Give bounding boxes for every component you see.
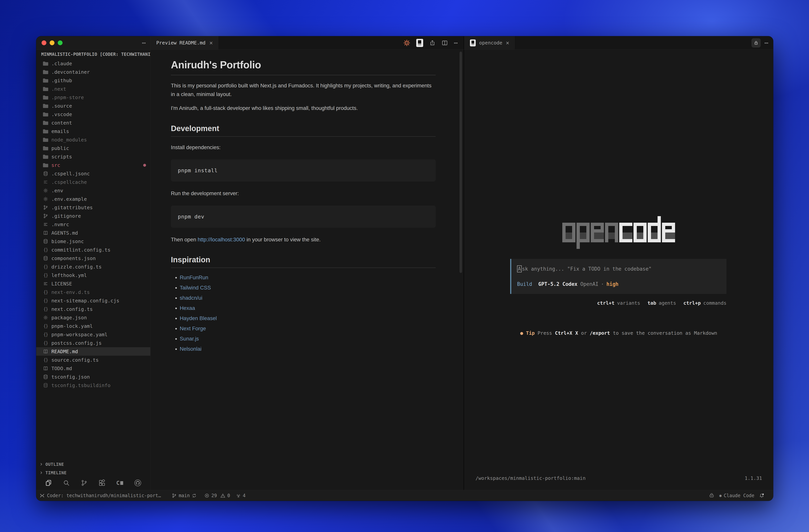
agent-mode[interactable]: Build	[517, 281, 532, 287]
tree-item[interactable]: {}pnpm-lock.yaml	[36, 322, 150, 330]
file-name: .cspellcache	[51, 179, 87, 185]
inspiration-link[interactable]: Hayden Bleasel	[180, 315, 217, 321]
tree-item[interactable]: {}next.config.ts	[36, 305, 150, 313]
gear-icon	[43, 188, 49, 193]
db-icon	[43, 239, 49, 244]
tree-item[interactable]: .claude	[36, 59, 150, 68]
localhost-link[interactable]: http://localhost:3000	[197, 237, 245, 242]
close-tab-icon[interactable]: ×	[506, 40, 509, 46]
zoom-window-button[interactable]	[58, 40, 63, 45]
inspiration-link[interactable]: Nelsonlai	[180, 346, 202, 352]
tree-item[interactable]: {}commitlint.config.ts	[36, 245, 150, 254]
tree-item[interactable]: TODO.md	[36, 364, 150, 373]
prompt-input[interactable]: Ask anything... "Fix a TODO in the codeb…	[510, 259, 726, 294]
reasoning-effort[interactable]: high	[606, 281, 619, 287]
tree-item[interactable]: public	[36, 144, 150, 152]
branch-indicator[interactable]: main	[172, 493, 197, 498]
inspiration-link[interactable]: shadcn/ui	[180, 295, 203, 301]
inspiration-link[interactable]: Hexaa	[180, 305, 195, 311]
section-heading-inspiration: Inspiration	[171, 255, 436, 268]
tree-item[interactable]: content	[36, 119, 150, 127]
export-icon[interactable]	[429, 40, 435, 46]
tree-item[interactable]: .pnpm-store	[36, 93, 150, 102]
tree-item[interactable]: tsconfig.json	[36, 373, 150, 381]
tree-item[interactable]: .gitattributes	[36, 203, 150, 212]
sidebar-more-actions-icon[interactable]: ⋯	[142, 40, 146, 46]
extensions-icon[interactable]	[99, 479, 105, 486]
tree-item[interactable]: {}drizzle.config.ts	[36, 262, 150, 271]
more-actions-icon[interactable]: ⋯	[454, 40, 458, 46]
code-block: pnpm dev	[171, 206, 436, 228]
claude-code-view-icon[interactable]: C	[116, 480, 123, 486]
tree-item[interactable]: {}postcss.config.js	[36, 339, 150, 347]
claude-starburst-icon[interactable]	[403, 40, 410, 46]
tab-preview-readme[interactable]: Preview README.md ×	[151, 36, 219, 50]
tree-item[interactable]: AGENTS.md	[36, 229, 150, 237]
explorer-section-header[interactable]: MINMALISTIC-PORTFOLIO [CODER: TECHWITHAN…	[36, 50, 150, 59]
github-icon[interactable]	[134, 479, 141, 486]
copilot-indicator[interactable]	[709, 493, 715, 498]
tree-item[interactable]: .source	[36, 102, 150, 110]
logo-letter	[634, 216, 647, 249]
tree-item[interactable]: {}pnpm-workspace.yaml	[36, 330, 150, 339]
tree-item[interactable]: biome.jsonc	[36, 237, 150, 245]
model-name[interactable]: GPT-5.2 Codex	[538, 281, 578, 287]
inspiration-link[interactable]: Sunar.js	[180, 336, 199, 342]
notifications[interactable]	[759, 493, 764, 498]
tree-item[interactable]: scripts	[36, 152, 150, 161]
tree-item[interactable]: package.json	[36, 313, 150, 322]
explorer-view-icon[interactable]	[45, 479, 52, 486]
close-window-button[interactable]	[41, 40, 46, 45]
close-tab-icon[interactable]: ×	[209, 40, 213, 46]
tree-item[interactable]: emails	[36, 127, 150, 136]
inspiration-link[interactable]: RunFunRun	[180, 274, 208, 280]
opencode-logo	[562, 216, 675, 249]
inspiration-list: RunFunRunTailwind CSSshadcn/uiHexaaHayde…	[173, 274, 436, 352]
scrollbar-thumb[interactable]	[460, 52, 462, 273]
tree-item[interactable]: .vscode	[36, 110, 150, 119]
split-editor-icon[interactable]	[442, 40, 448, 46]
tree-item[interactable]: LICENSE	[36, 279, 150, 288]
tree-item[interactable]: components.json	[36, 254, 150, 262]
timeline-section[interactable]: TIMELINE	[36, 468, 150, 477]
search-icon[interactable]	[63, 479, 70, 486]
opencode-icon[interactable]	[416, 39, 423, 47]
tree-item[interactable]: .devcontainer	[36, 68, 150, 76]
tree-item[interactable]: {}next-sitemap.config.cjs	[36, 296, 150, 305]
tree-item[interactable]: .env.example	[36, 195, 150, 203]
problems-indicator[interactable]: 29 0	[204, 493, 230, 498]
tree-item[interactable]: {}next-env.d.ts	[36, 288, 150, 296]
tree-item[interactable]: .cspell.jsonc	[36, 169, 150, 178]
claude-code-status[interactable]: ✱ Claude Code	[719, 493, 754, 498]
outline-section[interactable]: OUTLINE	[36, 460, 150, 468]
inspiration-link[interactable]: Next Forge	[180, 325, 206, 331]
file-name: .devcontainer	[51, 69, 90, 75]
tree-item[interactable]: {}source.config.ts	[36, 356, 150, 364]
tree-item[interactable]: .github	[36, 76, 150, 85]
tab-label: Preview README.md	[156, 40, 206, 46]
minimize-window-button[interactable]	[50, 40, 54, 45]
tip-bullet-icon: ●	[520, 330, 523, 336]
window-more-icon[interactable]: ⋯	[764, 40, 768, 46]
tree-item[interactable]: {}lefthook.yml	[36, 271, 150, 279]
gear-icon	[43, 315, 49, 320]
braces-icon: {}	[43, 332, 49, 337]
text: in your browser to view the site.	[245, 237, 321, 242]
inspiration-link[interactable]: Tailwind CSS	[180, 285, 211, 291]
file-name: .nvmrc	[51, 222, 69, 227]
tree-item[interactable]: .nvmrc	[36, 220, 150, 229]
tab-opencode[interactable]: opencode ×	[464, 36, 515, 50]
ports-indicator[interactable]: 4	[236, 493, 245, 498]
tree-item[interactable]: node_modules	[36, 136, 150, 144]
lock-button[interactable]	[752, 38, 761, 48]
tree-item[interactable]: tsconfig.tsbuildinfo	[36, 381, 150, 390]
tree-item[interactable]: .env	[36, 186, 150, 195]
tree-item[interactable]: .gitignore	[36, 212, 150, 220]
source-control-icon[interactable]	[81, 479, 88, 486]
tree-item[interactable]: src	[36, 161, 150, 169]
tree-item[interactable]: .next	[36, 85, 150, 93]
tree-item[interactable]: .cspellcache	[36, 178, 150, 186]
remote-indicator[interactable]: Coder: techwithanirudh/minimalistic-port…	[39, 493, 161, 498]
tree-item[interactable]: README.md	[36, 347, 150, 356]
folder-icon	[43, 120, 49, 125]
